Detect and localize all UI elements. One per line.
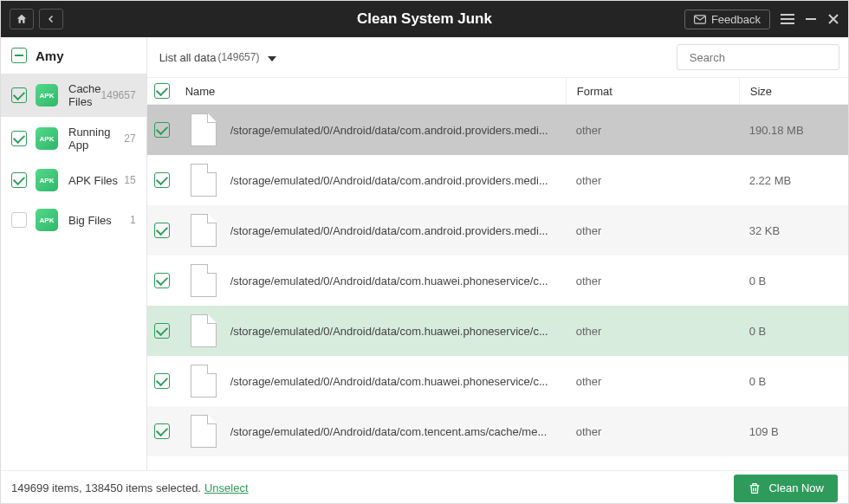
- unselect-link[interactable]: Unselect: [204, 481, 249, 494]
- caret-down-icon: [268, 56, 276, 61]
- device-checkbox[interactable]: [11, 48, 27, 63]
- sidebar-checkbox[interactable]: [11, 87, 27, 103]
- file-format: other: [566, 174, 739, 187]
- file-format: other: [566, 425, 739, 438]
- table-header: Name Format Size: [147, 77, 849, 105]
- file-format: other: [566, 325, 739, 338]
- file-format: other: [566, 224, 739, 237]
- file-size: 0 B: [739, 325, 849, 338]
- select-all-checkbox[interactable]: [154, 83, 170, 99]
- apk-icon: APK: [36, 169, 58, 191]
- clean-now-label: Clean Now: [768, 481, 824, 494]
- list-filter-label[interactable]: List all data: [159, 51, 217, 64]
- file-format: other: [566, 124, 739, 137]
- back-button[interactable]: [39, 9, 63, 29]
- row-checkbox[interactable]: [154, 373, 170, 389]
- sidebar-item-count: 1: [130, 214, 136, 226]
- row-checkbox[interactable]: [154, 223, 170, 238]
- apk-icon: APK: [36, 84, 58, 107]
- main-panel: List all data (149657) Name Format Size …: [147, 37, 849, 470]
- file-path: /storage/emulated/0/Android/data/com.and…: [230, 124, 566, 137]
- sidebar-checkbox[interactable]: [11, 212, 27, 228]
- sidebar-item-count: 15: [124, 174, 135, 186]
- file-path: /storage/emulated/0/Android/data/com.hua…: [230, 275, 566, 288]
- column-size[interactable]: Size: [739, 78, 849, 104]
- sidebar: Amy APKCache Files149657APKRunning App27…: [1, 37, 147, 470]
- file-path: /storage/emulated/0/Android/data/com.ten…: [230, 425, 566, 438]
- feedback-label: Feedback: [711, 13, 761, 26]
- home-button[interactable]: [10, 9, 34, 29]
- file-path: /storage/emulated/0/Android/data/com.hua…: [230, 325, 566, 338]
- close-icon: [827, 13, 839, 25]
- titlebar: Clean System Junk Feedback: [1, 1, 848, 37]
- row-checkbox[interactable]: [154, 122, 170, 138]
- table-row[interactable]: /storage/emulated/0/Android/data/com.hua…: [147, 255, 849, 306]
- device-row[interactable]: Amy: [1, 37, 146, 74]
- file-path: /storage/emulated/0/Android/data/com.and…: [230, 174, 566, 187]
- table-row[interactable]: /storage/emulated/0/Android/data/com.and…: [147, 205, 849, 255]
- file-size: 0 B: [739, 275, 849, 288]
- list-filter-dropdown[interactable]: [268, 49, 276, 65]
- chevron-left-icon: [46, 14, 56, 24]
- search-box[interactable]: [677, 44, 839, 70]
- trash-icon: [748, 481, 762, 495]
- sidebar-item-label: Cache Files: [68, 82, 101, 108]
- sidebar-item-big-files[interactable]: APKBig Files1: [1, 200, 146, 240]
- file-icon: [191, 164, 217, 197]
- sidebar-item-running-app[interactable]: APKRunning App27: [1, 117, 146, 160]
- row-checkbox[interactable]: [154, 273, 170, 288]
- table-row[interactable]: /storage/emulated/0/Android/data/com.hua…: [147, 306, 849, 356]
- file-icon: [191, 415, 217, 448]
- minimize-icon: [805, 13, 817, 25]
- file-size: 190.18 MB: [739, 124, 849, 137]
- file-icon: [191, 113, 217, 146]
- sidebar-item-label: Running App: [68, 126, 124, 152]
- file-format: other: [566, 375, 739, 388]
- file-icon: [191, 365, 217, 397]
- row-checkbox[interactable]: [154, 172, 170, 188]
- sidebar-checkbox[interactable]: [11, 172, 27, 188]
- file-icon: [191, 314, 217, 347]
- toolbar: List all data (149657): [147, 37, 849, 77]
- hamburger-icon: [781, 13, 794, 25]
- file-path: /storage/emulated/0/Android/data/com.hua…: [230, 375, 566, 388]
- row-checkbox[interactable]: [154, 323, 170, 339]
- column-name[interactable]: Name: [185, 85, 566, 98]
- file-icon: [191, 264, 217, 297]
- file-icon: [191, 214, 217, 247]
- file-format: other: [566, 275, 739, 288]
- table-body: /storage/emulated/0/Android/data/com.and…: [147, 105, 849, 470]
- menu-button[interactable]: [781, 13, 794, 25]
- file-size: 2.22 MB: [739, 174, 849, 187]
- apk-icon: APK: [36, 127, 58, 150]
- table-row[interactable]: /storage/emulated/0/Android/data/com.hua…: [147, 356, 849, 406]
- sidebar-item-cache-files[interactable]: APKCache Files149657: [1, 74, 146, 117]
- search-input[interactable]: [690, 51, 835, 64]
- sidebar-item-count: 27: [124, 132, 135, 145]
- sidebar-item-apk-files[interactable]: APKAPK Files15: [1, 160, 146, 200]
- file-size: 0 B: [739, 375, 849, 388]
- minimize-button[interactable]: [805, 13, 817, 25]
- device-name: Amy: [36, 48, 64, 63]
- sidebar-item-label: APK Files: [68, 174, 124, 187]
- table-row[interactable]: /storage/emulated/0/Android/data/com.and…: [147, 105, 849, 155]
- close-button[interactable]: [827, 13, 839, 25]
- sidebar-item-label: Big Files: [68, 214, 130, 227]
- table-row[interactable]: /storage/emulated/0/Android/data/com.and…: [147, 155, 849, 205]
- window-title: Clean System Junk: [357, 10, 492, 28]
- footer: 149699 items, 138450 items selected. Uns…: [1, 470, 848, 504]
- column-format[interactable]: Format: [566, 78, 739, 104]
- table-row[interactable]: /storage/emulated/0/Android/data/com.ten…: [147, 406, 849, 456]
- list-filter-count: (149657): [217, 51, 259, 63]
- row-checkbox[interactable]: [154, 423, 170, 439]
- apk-icon: APK: [36, 209, 58, 231]
- clean-now-button[interactable]: Clean Now: [734, 475, 838, 502]
- sidebar-checkbox[interactable]: [11, 131, 27, 146]
- mail-icon: [694, 15, 706, 24]
- status-text: 149699 items, 138450 items selected.: [11, 481, 201, 494]
- feedback-button[interactable]: Feedback: [684, 10, 770, 29]
- sidebar-item-count: 149657: [101, 89, 136, 101]
- file-size: 109 B: [739, 425, 849, 438]
- home-icon: [16, 13, 28, 25]
- file-path: /storage/emulated/0/Android/data/com.and…: [230, 224, 566, 237]
